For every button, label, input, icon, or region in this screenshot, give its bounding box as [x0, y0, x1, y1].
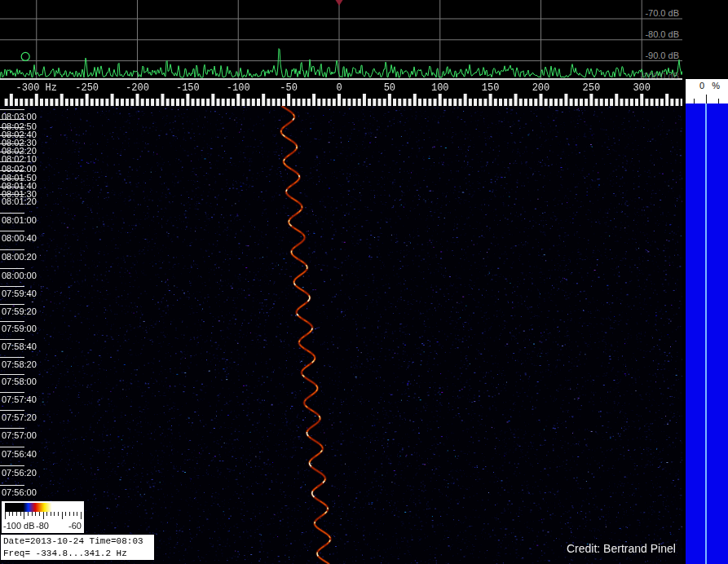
frequency-label: 50	[384, 82, 395, 94]
scale-tick	[69, 512, 70, 516]
time-tick	[0, 231, 24, 231]
time-label: 07:59:40	[2, 289, 37, 298]
time-label: 07:56:00	[2, 487, 37, 497]
time-label: 07:58:20	[2, 359, 37, 369]
scale-tick	[20, 512, 21, 516]
time-label: 08:01:00	[2, 215, 37, 225]
frequency-label: -250	[75, 82, 99, 94]
time-tick	[0, 286, 24, 287]
time-tick	[0, 447, 24, 447]
time-label: 07:59:00	[2, 324, 37, 333]
frequency-label: 250	[583, 82, 601, 94]
status-bar: Date=2013-10-24 Time=08:03 Freq= -334.8.…	[1, 535, 154, 560]
color-scale: -100 dB -80 -60	[2, 501, 84, 533]
color-scale-ticks	[5, 512, 81, 520]
time-label: 07:56:20	[2, 468, 37, 478]
time-tick	[0, 109, 24, 110]
scale-tick	[35, 512, 36, 516]
percent-label: 0 %	[699, 81, 722, 90]
time-tick	[0, 194, 24, 195]
time-tick	[0, 152, 24, 152]
frequency-label: 300	[633, 82, 651, 94]
time-tick	[0, 170, 24, 171]
spectrum-trace-svg	[0, 0, 682, 79]
time-tick	[0, 392, 24, 393]
frequency-label: -150	[176, 82, 200, 94]
scale-label-min: -100 dB	[3, 521, 35, 531]
time-tick	[0, 187, 24, 187]
time-tick	[0, 249, 24, 250]
scale-tick	[39, 512, 40, 516]
time-label: 08:00:20	[2, 252, 37, 262]
time-tick	[0, 268, 24, 269]
scale-tick	[24, 512, 24, 519]
status-date-time: Date=2013-10-24 Time=08:03	[3, 535, 154, 548]
time-label: 08:00:00	[2, 271, 37, 280]
frequency-ruler: -300 Hz-250-200-150-100-5005010015020025…	[0, 79, 682, 106]
frequency-label: -100	[227, 82, 250, 94]
time-tick	[0, 428, 24, 429]
credit-text: Credit: Bertrand Pinel	[567, 542, 676, 555]
time-tick	[0, 161, 24, 162]
time-label: 08:02:10	[2, 154, 37, 164]
time-label: 08:03:00	[2, 112, 37, 121]
scale-tick	[46, 512, 47, 516]
percent-scale-header: 0 %	[686, 79, 728, 104]
db-label: -70.0 dB	[645, 8, 679, 18]
scale-tick	[73, 512, 74, 516]
waterfall-display[interactable]: 08:03:0008:02:5008:02:4008:02:3008:02:20…	[0, 106, 682, 564]
scale-tick	[54, 512, 55, 516]
time-label: 08:00:40	[2, 233, 37, 243]
frequency-label: -50	[280, 82, 298, 94]
scale-tick	[9, 512, 10, 516]
time-tick	[0, 119, 24, 120]
time-label: 07:58:00	[2, 377, 37, 386]
frequency-label: -300 Hz	[16, 82, 57, 94]
time-tick	[0, 410, 24, 411]
amplitude-bar[interactable]	[686, 104, 728, 564]
scale-tick	[65, 512, 66, 516]
frequency-label: 200	[532, 82, 550, 94]
time-tick	[0, 135, 24, 136]
right-side-panel: 0 %	[686, 0, 728, 564]
scale-tick	[5, 512, 6, 519]
waterfall-canvas[interactable]	[0, 106, 682, 564]
scale-tick	[77, 512, 77, 516]
scale-tick	[16, 512, 17, 516]
scale-tick	[81, 512, 82, 519]
time-tick	[0, 374, 24, 375]
time-label: 07:57:00	[2, 430, 37, 440]
scale-tick	[58, 512, 59, 516]
time-tick	[0, 357, 24, 358]
time-label: 07:56:40	[2, 449, 37, 459]
time-tick	[0, 143, 24, 144]
spectrum-lab-window: -70.0 dB-80.0 dB-90.0 dB-100.0 dB -300 H…	[0, 0, 728, 564]
time-tick	[0, 485, 24, 486]
time-tick	[0, 213, 24, 214]
scale-label-mid: -80	[36, 521, 49, 531]
time-label: 07:59:20	[2, 306, 37, 316]
color-scale-gradient	[5, 503, 81, 512]
time-tick	[0, 178, 24, 179]
time-label: 07:57:20	[2, 412, 37, 422]
time-tick	[0, 465, 24, 466]
db-label: -90.0 dB	[645, 51, 679, 60]
scale-tick	[62, 512, 63, 519]
scale-tick	[51, 512, 51, 516]
frequency-label: 100	[431, 82, 449, 94]
time-label: 07:58:40	[2, 341, 37, 351]
color-scale-labels: -100 dB -80 -60	[2, 520, 84, 532]
percent-tick	[706, 95, 707, 104]
db-label: -80.0 dB	[645, 29, 679, 39]
amplitude-bar-level-line	[705, 104, 707, 564]
scale-tick	[28, 512, 29, 516]
scale-tick	[32, 512, 33, 516]
time-tick	[0, 127, 24, 128]
time-tick	[0, 339, 24, 340]
spectrum-plot[interactable]: -70.0 dB-80.0 dB-90.0 dB-100.0 dB	[0, 0, 682, 79]
time-label: 07:57:40	[2, 394, 37, 404]
status-freq-range: Freq= -334.8...341.2 Hz	[3, 548, 154, 560]
time-label: 08:01:20	[2, 196, 37, 206]
time-tick	[0, 321, 24, 322]
frequency-label: -200	[126, 82, 149, 94]
